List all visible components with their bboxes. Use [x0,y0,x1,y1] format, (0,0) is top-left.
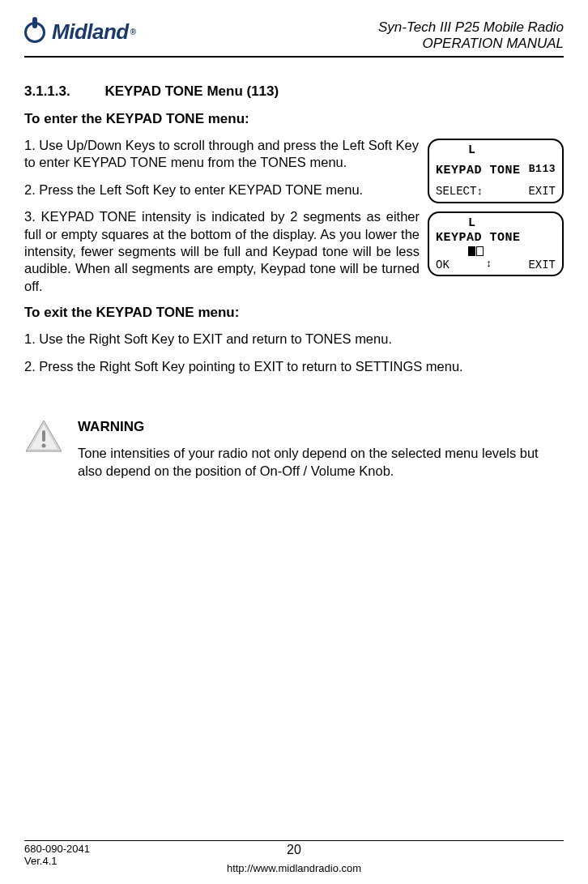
svg-rect-2 [42,430,45,442]
title-line-1: Syn-Tech III P25 Mobile Radio [378,19,564,36]
warning-block: WARNING Tone intensities of your radio n… [24,419,564,480]
lcd1-main-text: KEYPAD TONE [436,164,521,177]
content-with-lcd: 1. Use Up/Down Keys to scroll through an… [24,137,564,305]
text-column: 1. Use Up/Down Keys to scroll through an… [24,137,420,305]
exit-step-1: 1. Use the Right Soft Key to EXIT and re… [24,331,564,348]
section-heading: 3.1.1.3. KEYPAD TONE Menu (113) [24,83,564,100]
svg-point-3 [42,444,46,448]
exit-step-2: 2. Press the Right Soft Key pointing to … [24,358,564,375]
lcd2-right-soft: EXIT [528,258,556,271]
lcd1-left-soft: SELECT↕ [436,185,483,199]
lcd2-arrows-icon: ↕ [486,258,492,271]
page-header: Midland ® Syn-Tech III P25 Mobile Radio … [24,19,564,58]
enter-subheading: To enter the KEYPAD TONE menu: [24,111,564,127]
warning-icon [24,419,63,458]
doc-number: 680-090-2041 [24,843,90,856]
page-number: 20 [24,843,564,857]
lcd1-code: B113 [529,164,556,177]
version: Ver.4.1 [24,855,90,868]
warning-heading: WARNING [78,419,564,435]
lcd2-l-indicator: L [468,216,475,230]
section-number: 3.1.1.3. [24,83,70,100]
lcd-column: L KEYPAD TONE B113 SELECT↕ EXIT L KEYPAD… [428,137,564,305]
lcd1-arrows-icon: ↕ [476,186,483,198]
segment-full-icon [468,246,475,256]
logo-text: Midland [52,19,129,45]
warning-body: Tone intensities of your radio not only … [78,445,564,480]
lcd-screen-2: L KEYPAD TONE OK ↕ EXIT [428,211,564,276]
exit-subheading: To exit the KEYPAD TONE menu: [24,305,564,321]
registered-mark: ® [130,28,136,36]
logo-icon [24,22,49,43]
lcd2-segments [436,245,556,258]
title-line-2: OPERATION MANUAL [378,36,564,52]
document-title: Syn-Tech III P25 Mobile Radio OPERATION … [378,19,564,53]
footer-url: http://www.midlandradio.com [24,862,564,874]
lcd2-main-text: KEYPAD TONE [436,231,521,245]
midland-logo: Midland ® [24,19,136,45]
lcd2-left-soft: OK [436,258,450,271]
lcd1-right-soft: EXIT [528,185,556,199]
page-footer: 680-090-2041 Ver.4.1 20 http://www.midla… [24,840,564,868]
segment-empty-icon [476,246,484,256]
footer-left: 680-090-2041 Ver.4.1 [24,843,90,868]
section-title: KEYPAD TONE Menu (113) [104,83,279,99]
step-2: 2. Press the Left Soft Key to enter KEYP… [24,181,420,199]
lcd1-l-indicator: L [468,143,475,157]
step-1: 1. Use Up/Down Keys to scroll through an… [24,137,420,172]
lcd-screen-1: L KEYPAD TONE B113 SELECT↕ EXIT [428,139,564,203]
step-3: 3. KEYPAD TONE intensity is indicated by… [24,208,420,295]
warning-text: WARNING Tone intensities of your radio n… [78,419,564,480]
